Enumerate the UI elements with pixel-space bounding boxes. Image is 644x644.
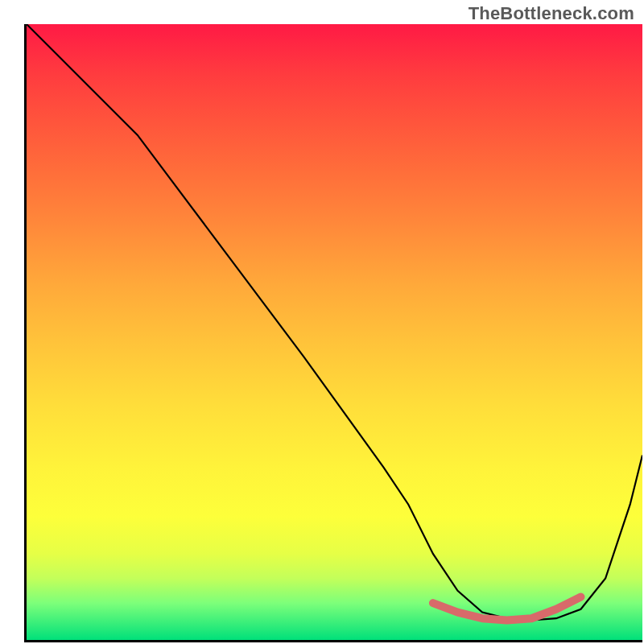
- plot-area: [24, 24, 642, 642]
- bottleneck-curve-path: [27, 24, 642, 621]
- curve-layer: [27, 24, 642, 640]
- watermark-text: TheBottleneck.com: [469, 3, 634, 24]
- bottleneck-chart: TheBottleneck.com: [0, 0, 644, 644]
